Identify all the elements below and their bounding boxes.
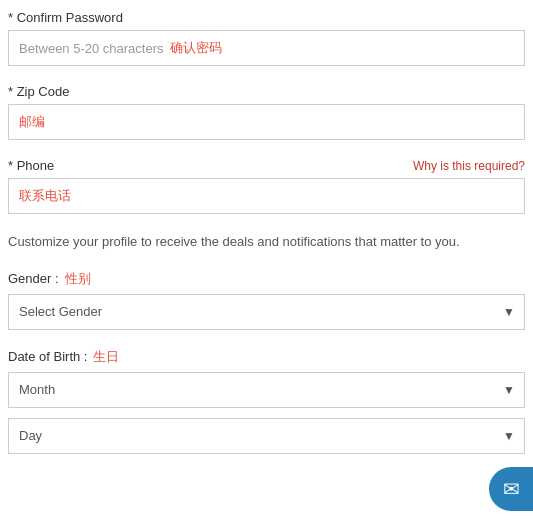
day-select[interactable]: Day 1 2 3: [8, 418, 525, 454]
dob-label-text: Date of Birth :: [8, 349, 87, 364]
confirm-password-chinese: 确认密码: [170, 39, 222, 57]
phone-chinese: 联系电话: [19, 187, 71, 205]
phone-group: * Phone Why is this required? 联系电话: [8, 158, 525, 214]
confirm-password-field[interactable]: Between 5-20 characters 确认密码: [8, 30, 525, 66]
confirm-password-label: * Confirm Password: [8, 10, 525, 25]
dob-group: Date of Birth : 生日 Month January Februar…: [8, 348, 525, 454]
fab-button[interactable]: ✉: [489, 467, 533, 511]
gender-select-wrapper: Select Gender Male Female Other ▼: [8, 294, 525, 330]
why-required-link[interactable]: Why is this required?: [413, 159, 525, 173]
profile-description-text: Customize your profile to receive the de…: [8, 232, 525, 252]
zip-code-chinese: 邮编: [19, 113, 45, 131]
phone-label-row: * Phone Why is this required?: [8, 158, 525, 173]
zip-code-label-text: * Zip Code: [8, 84, 69, 99]
profile-description-group: Customize your profile to receive the de…: [8, 232, 525, 252]
confirm-password-placeholder: Between 5-20 characters: [19, 41, 164, 56]
dob-label: Date of Birth : 生日: [8, 348, 525, 366]
phone-label-text: * Phone: [8, 158, 54, 173]
zip-code-field[interactable]: 邮编: [8, 104, 525, 140]
dob-chinese: 生日: [93, 348, 119, 366]
fab-icon: ✉: [503, 477, 520, 501]
confirm-password-label-text: * Confirm Password: [8, 10, 123, 25]
zip-code-group: * Zip Code 邮编: [8, 84, 525, 140]
zip-code-label: * Zip Code: [8, 84, 525, 99]
phone-field[interactable]: 联系电话: [8, 178, 525, 214]
gender-label-text: Gender :: [8, 271, 59, 286]
gender-chinese: 性别: [65, 270, 91, 288]
month-select-wrapper: Month January February March April May J…: [8, 372, 525, 408]
day-select-wrapper: Day 1 2 3 ▼: [8, 418, 525, 454]
gender-group: Gender : 性别 Select Gender Male Female Ot…: [8, 270, 525, 330]
gender-label: Gender : 性别: [8, 270, 525, 288]
confirm-password-group: * Confirm Password Between 5-20 characte…: [8, 10, 525, 66]
month-select[interactable]: Month January February March April May J…: [8, 372, 525, 408]
gender-select[interactable]: Select Gender Male Female Other: [8, 294, 525, 330]
